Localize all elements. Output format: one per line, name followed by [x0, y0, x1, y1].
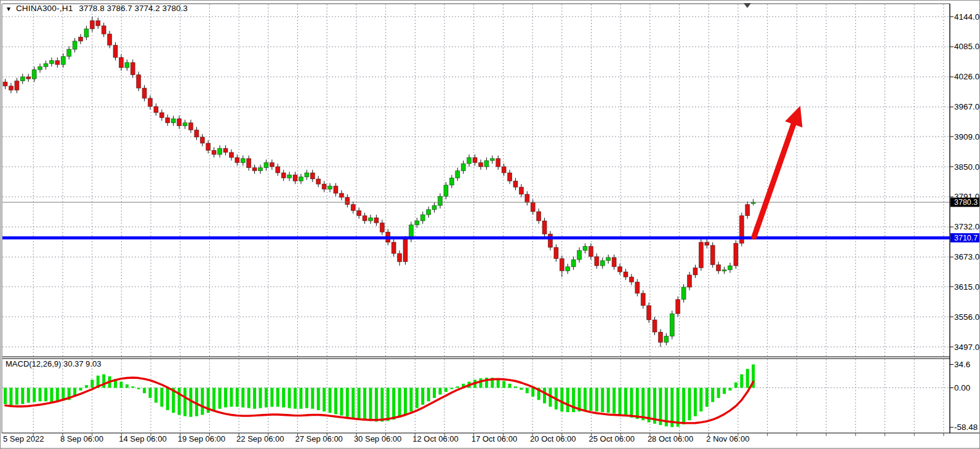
macd-histogram-bar [126, 384, 129, 388]
macd-histogram-bar [404, 388, 407, 415]
macd-histogram-bar [4, 388, 7, 404]
candle-body [548, 234, 552, 248]
macd-histogram-bar [299, 388, 302, 409]
candle-body [606, 258, 611, 261]
macd-histogram-bar [595, 388, 598, 412]
macd-histogram-bar [387, 388, 390, 421]
macd-histogram-bar [729, 388, 732, 391]
price-axis-label: 3497.0 [954, 343, 979, 352]
macd-histogram-bar [294, 388, 297, 409]
candle-body [688, 275, 692, 287]
symbol-dropdown-icon[interactable]: ▼ [6, 6, 12, 12]
candle-body [102, 26, 106, 34]
candle-body [363, 216, 367, 221]
macd-histogram-bar [526, 388, 529, 394]
candle-body [328, 186, 332, 189]
macd-histogram-bar [601, 388, 604, 413]
macd-histogram-bar [241, 388, 244, 408]
candle-body [264, 162, 268, 167]
macd-histogram-bar [317, 388, 320, 410]
candle-body [252, 168, 257, 171]
candle-body [560, 258, 564, 271]
candle-body [137, 75, 141, 89]
candle-body [61, 57, 65, 65]
price-axis-label: 4144.0 [954, 12, 979, 22]
hline-price-tag-label: 3710.7 [954, 234, 978, 242]
trend-arrow-head[interactable] [785, 106, 802, 127]
macd-histogram-bar [79, 388, 82, 391]
candle-body [183, 123, 187, 126]
macd-histogram-bar [21, 388, 24, 404]
candle-body [55, 60, 60, 65]
trend-arrow-shaft[interactable] [754, 124, 793, 237]
candle-body [108, 34, 112, 45]
candle-body [664, 336, 669, 343]
candle-body [513, 181, 518, 187]
candle-body [171, 119, 175, 123]
macd-histogram-bar [688, 388, 691, 421]
macd-histogram-bar [607, 388, 610, 413]
macd-histogram-bar [334, 388, 337, 415]
candle-body [281, 173, 286, 178]
time-axis-label: 5 Sep 2022 [3, 434, 44, 443]
candle-body [374, 218, 379, 223]
macd-histogram-bar [398, 388, 401, 418]
candle-body [490, 159, 494, 161]
candle-body [588, 247, 593, 257]
macd-histogram-bar [270, 388, 273, 407]
ohlc-values: 3778.8 3786.7 3774.2 3780.3 [79, 4, 187, 13]
candle-body [67, 49, 71, 57]
candle-body [566, 267, 570, 271]
macd-histogram-bar [380, 388, 384, 422]
candle-body [420, 215, 425, 221]
candle-body [166, 117, 170, 122]
candle-body [212, 150, 216, 154]
macd-histogram-bar [351, 388, 355, 419]
candle-body [131, 63, 135, 75]
candle-body [247, 159, 251, 168]
macd-histogram-bar [746, 369, 749, 388]
macd-indicator-label: MACD(12,26,9) 30.37 9.03 [6, 359, 101, 368]
macd-histogram-bar [560, 388, 563, 412]
price-axis-label: 3732.0 [954, 222, 979, 231]
candle-body [710, 245, 715, 265]
macd-histogram-bar [624, 388, 627, 416]
macd-histogram-bar [149, 388, 152, 399]
candle-body [456, 171, 460, 178]
macd-axis-label: 34.6 [954, 360, 970, 369]
price-axis-label: 4085.0 [954, 42, 979, 51]
candle-body [641, 293, 645, 306]
time-axis-label: 17 Oct 06:00 [472, 434, 517, 443]
candle-body [681, 287, 686, 300]
candle-body [299, 177, 303, 181]
candle-body [229, 153, 233, 157]
time-axis-label: 14 Sep 06:00 [119, 434, 166, 443]
macd-histogram-bar [137, 388, 140, 389]
macd-histogram-bar [276, 388, 279, 407]
macd-histogram-bar [723, 388, 726, 394]
macd-histogram-bar [514, 386, 517, 387]
macd-histogram-bar [641, 388, 645, 421]
candle-body [90, 21, 94, 29]
macd-histogram-bar [612, 388, 616, 414]
candle-body [334, 186, 338, 194]
macd-histogram-bar [253, 388, 256, 409]
macd-histogram-bar [50, 388, 53, 402]
candle-body [717, 264, 721, 271]
macd-histogram-bar [392, 388, 395, 420]
price-axis-label: 3909.0 [954, 132, 979, 141]
macd-histogram-bar [90, 379, 94, 387]
macd-histogram-bar [682, 388, 685, 424]
macd-histogram-bar [711, 388, 714, 402]
chart-canvas[interactable]: 4144.04085.04026.03967.03909.03850.03791… [1, 1, 980, 449]
macd-histogram-bar [734, 383, 737, 388]
candle-body [537, 212, 541, 221]
macd-histogram-bar [33, 388, 36, 402]
macd-histogram-bar [265, 388, 268, 408]
candle-body [73, 41, 77, 49]
candle-body [508, 173, 512, 181]
price-axis-label: 3850.0 [954, 162, 979, 172]
time-axis-label: 30 Sep 06:00 [354, 434, 401, 443]
macd-histogram-bar [212, 388, 215, 411]
candle-body [658, 332, 662, 343]
